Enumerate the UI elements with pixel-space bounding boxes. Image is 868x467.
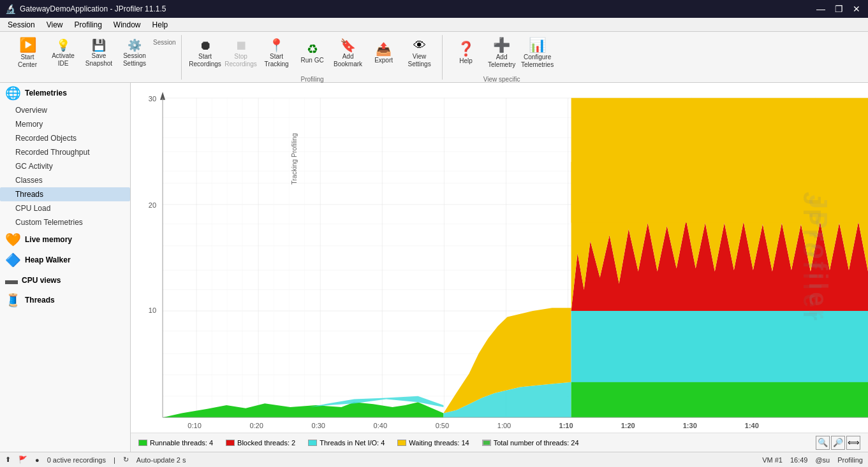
sidebar-item-gc-activity[interactable]: GC Activity <box>0 159 130 173</box>
user-text: @su <box>815 456 830 464</box>
toolbar-group-session: ▶️ StartCenter 💡 ActivateIDE 💾 SaveSnaps… <box>5 35 182 80</box>
export-icon: 📤 <box>376 43 392 55</box>
view-specific-buttons: ❓ Help ➕ AddTelemetry 📊 ConfigureTelemet… <box>449 35 555 72</box>
telemetries-label: Telemetries <box>25 89 67 97</box>
title-bar-controls: — ❐ ✕ <box>814 4 863 14</box>
heap-walker-label: Heap Walker <box>25 255 71 264</box>
svg-text:0:20: 0:20 <box>249 422 263 430</box>
legend-color-total <box>482 440 491 446</box>
chart-canvas-wrapper[interactable]: JProfiler <box>131 83 868 433</box>
sidebar-section-live-memory[interactable]: 🧡 Live memory <box>0 229 130 250</box>
main-layout: 🌐 Telemetries Overview Memory Recorded O… <box>0 83 868 452</box>
session-settings-button[interactable]: ⚙️ SessionSettings <box>117 35 152 72</box>
legend-label-total: Total number of threads: 24 <box>494 439 579 447</box>
sidebar-item-cpu-load[interactable]: CPU Load <box>0 201 130 215</box>
start-recordings-button[interactable]: ⏺ StartRecordings <box>188 35 223 72</box>
activate-ide-icon: 💡 <box>56 40 70 51</box>
profiling-buttons: ⏺ StartRecordings ⏹ StopRecordings 📍 Sta… <box>188 35 437 72</box>
toolbar: ▶️ StartCenter 💡 ActivateIDE 💾 SaveSnaps… <box>0 32 868 83</box>
svg-text:0:30: 0:30 <box>312 422 325 430</box>
session-group-label: Session <box>153 39 176 46</box>
run-gc-icon: ♻ <box>307 43 318 55</box>
svg-text:1:20: 1:20 <box>621 422 635 430</box>
close-button[interactable]: ✕ <box>850 4 863 14</box>
refresh-icon: ↻ <box>123 456 129 464</box>
sidebar-item-recorded-objects[interactable]: Recorded Objects <box>0 131 130 145</box>
menu-help[interactable]: Help <box>147 19 173 31</box>
svg-text:30: 30 <box>149 95 156 103</box>
legend-total: Total number of threads: 24 <box>482 439 579 447</box>
svg-marker-53 <box>571 382 868 417</box>
expand-button[interactable]: ⟺ <box>846 436 860 450</box>
search-button-2[interactable]: 🔎 <box>831 436 845 450</box>
menu-profiling[interactable]: Profiling <box>70 19 107 31</box>
maximize-button[interactable]: ❐ <box>832 4 845 14</box>
sidebar-item-recorded-throughput[interactable]: Recorded Throughput <box>0 145 130 159</box>
menu-bar: Session View Profiling Window Help <box>0 18 868 32</box>
separator: | <box>114 456 115 464</box>
status-left: ⬆ 🚩 ● 0 active recordings | ↻ Auto-updat… <box>5 456 186 464</box>
svg-marker-55 <box>571 311 868 382</box>
export-button[interactable]: 📤 Export <box>367 35 401 72</box>
session-settings-icon: ⚙️ <box>128 40 142 51</box>
save-snapshot-button[interactable]: 💾 SaveSnapshot <box>82 35 116 72</box>
legend-label-runnable: Runnable threads: 4 <box>150 439 213 447</box>
view-specific-group-label: View specific <box>483 76 520 83</box>
sidebar-section-telemetries[interactable]: 🌐 Telemetries <box>0 83 130 103</box>
configure-telemetries-button[interactable]: 📊 ConfigureTelemetries <box>520 35 555 72</box>
sidebar-item-custom-telemetries[interactable]: Custom Telemetries <box>0 215 130 229</box>
menu-window[interactable]: Window <box>108 19 146 31</box>
sidebar-section-cpu-views[interactable]: ▬ CPU views <box>0 270 130 290</box>
toolbar-group-view-specific: ❓ Help ➕ AddTelemetry 📊 ConfigureTelemet… <box>444 35 560 80</box>
svg-marker-58 <box>571 98 868 162</box>
session-buttons: ▶️ StartCenter 💡 ActivateIDE 💾 SaveSnaps… <box>10 35 152 72</box>
start-tracking-button[interactable]: 📍 StartTracking <box>260 35 294 72</box>
add-telemetry-icon: ➕ <box>493 38 510 52</box>
svg-text:0:40: 0:40 <box>374 422 387 430</box>
threads-icon: 🧵 <box>5 292 21 308</box>
minimize-button[interactable]: — <box>814 4 827 14</box>
legend-bar: Runnable threads: 4 Blocked threads: 2 T… <box>131 433 868 452</box>
legend-label-blocked: Blocked threads: 2 <box>237 439 295 447</box>
recordings-text: 0 active recordings <box>47 456 106 464</box>
telemetries-icon: 🌐 <box>5 85 21 101</box>
add-bookmark-button[interactable]: 🔖 AddBookmark <box>331 35 365 72</box>
start-center-button[interactable]: ▶️ StartCenter <box>10 35 45 72</box>
help-button[interactable]: ❓ Help <box>449 35 483 72</box>
svg-text:10: 10 <box>149 306 156 314</box>
heap-walker-icon: 🔷 <box>5 252 21 268</box>
live-memory-icon: 🧡 <box>5 232 21 247</box>
sidebar-item-overview[interactable]: Overview <box>0 103 130 117</box>
view-settings-icon: 👁 <box>413 39 426 52</box>
stop-recordings-button[interactable]: ⏹ StopRecordings <box>224 35 258 72</box>
svg-text:20: 20 <box>149 201 156 209</box>
view-settings-button[interactable]: 👁 ViewSettings <box>402 35 437 72</box>
run-gc-button[interactable]: ♻ Run GC <box>295 35 330 72</box>
legend-color-net-io <box>308 440 317 446</box>
search-button-1[interactable]: 🔍 <box>816 436 830 450</box>
sidebar-item-threads[interactable]: Threads <box>0 187 130 201</box>
recordings-indicator: ● <box>35 456 40 464</box>
svg-text:0:50: 0:50 <box>436 422 449 430</box>
menu-view[interactable]: View <box>41 19 68 31</box>
svg-text:Tracking Profiling: Tracking Profiling <box>290 133 298 185</box>
svg-text:1:40: 1:40 <box>745 422 759 430</box>
add-telemetry-button[interactable]: ➕ AddTelemetry <box>485 35 519 72</box>
svg-rect-60 <box>571 162 868 222</box>
save-snapshot-icon: 💾 <box>92 40 106 51</box>
chart-area: JProfiler <box>131 83 868 452</box>
sidebar-section-threads[interactable]: 🧵 Threads <box>0 290 130 310</box>
stop-recordings-icon: ⏹ <box>235 39 247 52</box>
sidebar-item-memory[interactable]: Memory <box>0 117 130 131</box>
status-right: VM #1 16:49 @su Profiling <box>762 456 863 464</box>
start-recordings-icon: ⏺ <box>199 39 212 52</box>
legend-blocked: Blocked threads: 2 <box>226 439 295 447</box>
activate-ide-button[interactable]: 💡 ActivateIDE <box>46 35 80 72</box>
svg-text:0:10: 0:10 <box>188 422 201 430</box>
chart-svg: 30 20 10 0:10 0:20 0:30 0:40 0:50 1:00 1… <box>131 83 868 433</box>
sidebar-item-classes[interactable]: Classes <box>0 173 130 187</box>
menu-session[interactable]: Session <box>3 19 40 31</box>
sidebar-section-heap-walker[interactable]: 🔷 Heap Walker <box>0 250 130 270</box>
start-center-icon: ▶️ <box>19 38 36 52</box>
chart-search-buttons: 🔍 🔎 ⟺ <box>816 436 860 450</box>
